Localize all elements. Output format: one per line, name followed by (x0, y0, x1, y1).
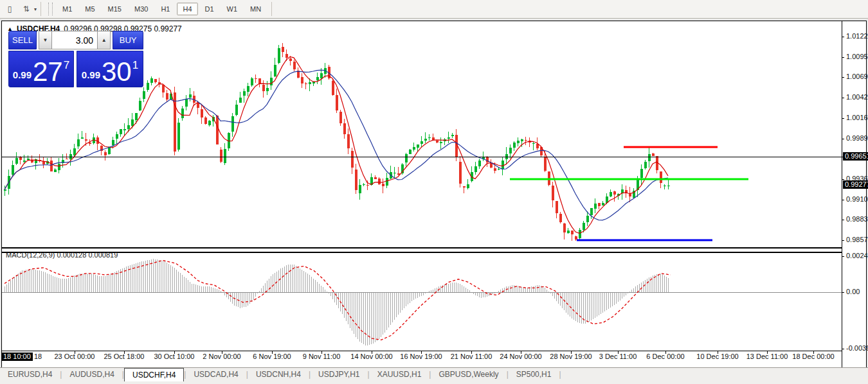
tab-xauusd-h1[interactable]: XAUUSD,H1 (370, 369, 429, 381)
tab-gbpusd-weekly[interactable]: GBPUSD,Weekly (431, 369, 506, 381)
toolbar-separator (271, 2, 272, 16)
time-tick-mark (321, 351, 322, 354)
chart-window: ▲ USDCHF,H4 0.99296 0.99298 0.99275 0.99… (1, 21, 867, 368)
axis-tick-mark (842, 118, 844, 119)
time-tick-mark (767, 351, 768, 354)
axis-tick-mark (842, 57, 844, 58)
timeframe-button-group: M1M5M15M30H1H4D1W1MN (56, 3, 267, 15)
price-axis-label: 1.00690 (846, 73, 868, 80)
time-tick-mark (222, 351, 222, 354)
sell-button[interactable]: SELL (8, 31, 37, 49)
mt4-terminal: { "colors":{"candle_up":"#00b42c","candl… (0, 0, 868, 384)
tab-sp500-h1[interactable]: SP500,H1 (509, 369, 559, 381)
time-tick-mark (618, 351, 619, 354)
tf-button-m1[interactable]: M1 (57, 3, 78, 15)
top-toolbar: ▯ ⇅ ▾ M1M5M15M30H1H4D1W1MN (0, 0, 868, 19)
price-axis-label: 1.00160 (846, 114, 868, 121)
time-tick-mark (718, 351, 718, 354)
time-tick-mark (372, 351, 372, 354)
buy-price-pip: 1 (132, 54, 138, 72)
tf-button-m30[interactable]: M30 (129, 3, 154, 15)
buy-button[interactable]: BUY (113, 31, 143, 49)
tab-separator: | (559, 370, 561, 379)
time-tick-mark (813, 351, 814, 354)
price-axis-label: 0.98570 (846, 236, 868, 243)
price-axis-label: 1.00425 (846, 93, 868, 101)
sell-price-pip: 7 (64, 54, 69, 72)
time-tick-mark (571, 351, 572, 354)
tf-button-h1[interactable]: H1 (155, 3, 176, 15)
time-tick-mark (421, 351, 422, 354)
toolbar-separator (41, 2, 41, 16)
axis-tick-mark (842, 139, 844, 139)
tab-usdcad-h4[interactable]: USDCAD,H4 (186, 369, 246, 381)
price-axis-label: 0.99895 (846, 134, 868, 142)
tf-button-d1[interactable]: D1 (199, 3, 220, 15)
chart-shift-icon[interactable]: ▯ (3, 3, 17, 15)
price-tag-099651: 0.99651 (843, 152, 868, 161)
sell-price-display[interactable]: 0.99 27 7 (8, 51, 74, 87)
axis-tick-mark (842, 256, 844, 257)
chart-tab-bar: EURUSD,H4|AUDUSD,H4|USDCHF,H4|USDCAD,H4|… (0, 367, 868, 384)
price-axis-label: 1.01220 (846, 32, 868, 40)
tf-button-m15[interactable]: M15 (102, 3, 127, 15)
pane-separator[interactable] (2, 247, 842, 253)
axis-separator (842, 21, 842, 367)
axis-tick-mark (842, 98, 844, 98)
axis-tick-mark (842, 77, 844, 78)
time-tick-mark (471, 351, 472, 354)
buy-price-main: 30 (102, 60, 132, 84)
time-tick-mark (665, 351, 666, 354)
tf-button-mn[interactable]: MN (244, 3, 267, 15)
time-tick-mark (521, 351, 521, 354)
toolbar-grip[interactable] (48, 3, 53, 15)
axis-tick-mark (842, 200, 844, 200)
tf-button-m5[interactable]: M5 (79, 3, 100, 15)
tf-button-h4[interactable]: H4 (177, 3, 197, 15)
tab-usdchf-h4[interactable]: USDCHF,H4 (124, 368, 184, 381)
tab-eurusd-h4[interactable]: EURUSD,H4 (0, 369, 60, 381)
one-click-trading-panel: SELL ▼ ▲ BUY 0.99 27 7 0.99 30 1 (8, 31, 143, 87)
macd-axis-label: 0.002492 (846, 252, 868, 259)
time-tick-mark (75, 351, 75, 354)
macd-bottom-border (2, 351, 842, 351)
crosshair-time-label: 18 10:00 (2, 353, 33, 361)
chevron-down-icon[interactable]: ▾ (34, 6, 37, 12)
macd-axis-label: 0.00 (846, 288, 860, 295)
time-tick-mark (272, 351, 273, 354)
axis-tick-mark (842, 292, 844, 293)
volume-increase-button[interactable]: ▲ (97, 31, 111, 49)
sell-price-main: 27 (33, 60, 63, 84)
sell-price-prefix: 0.99 (13, 69, 32, 80)
buy-price-prefix: 0.99 (82, 69, 100, 80)
macd-axis-label: -0.003913 (846, 344, 868, 352)
axis-tick-mark (842, 179, 844, 180)
price-axis-label: 1.00955 (846, 53, 868, 60)
time-tick-mark (174, 351, 175, 354)
tab-audusd-h4[interactable]: AUDUSD,H4 (62, 369, 122, 381)
price-tag-099277: 0.99277 (843, 180, 868, 189)
price-axis-label: 0.98835 (846, 215, 868, 223)
time-axis-label: 18 (34, 353, 42, 360)
volume-decrease-button[interactable]: ▼ (39, 31, 52, 49)
axis-tick-mark (842, 240, 844, 241)
tab-usdjpy-h1[interactable]: USDJPY,H1 (311, 369, 367, 381)
axis-tick-mark (842, 37, 844, 37)
axis-tick-mark (842, 220, 844, 220)
tab-usdcnh-h4[interactable]: USDCNH,H4 (248, 369, 309, 381)
buy-price-display[interactable]: 0.99 30 1 (77, 51, 143, 87)
macd-indicator-label: MACD(12,26,9) 0.000128 0.000819 (6, 251, 118, 259)
time-tick-mark (124, 351, 125, 354)
volume-input[interactable] (52, 31, 97, 49)
tf-button-w1[interactable]: W1 (221, 3, 244, 15)
price-axis-label: 0.99100 (846, 195, 868, 203)
arrange-charts-icon[interactable]: ⇅ (19, 3, 33, 15)
axis-tick-mark (842, 349, 844, 349)
